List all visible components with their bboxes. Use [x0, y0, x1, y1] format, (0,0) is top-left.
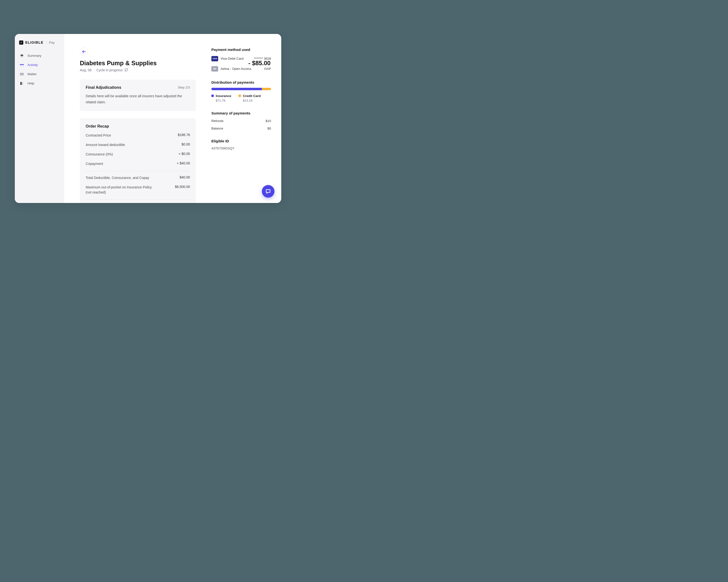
svg-rect-3	[20, 64, 24, 65]
recap-value: $186.76	[178, 133, 190, 137]
back-button[interactable]	[80, 48, 88, 56]
adjudication-step: Step 2/3	[178, 86, 190, 89]
recap-value: $0.00	[182, 142, 190, 146]
help-icon	[20, 82, 24, 85]
visa-card-icon: VISA	[211, 56, 218, 61]
subtitle-separator: ·	[94, 68, 95, 72]
recap-label: Contracted Price	[86, 133, 111, 138]
sidebar-item-label: Help	[27, 82, 34, 85]
insurer-icon: Ae	[211, 66, 218, 72]
recap-row: Amount toward deductible $0.00	[86, 142, 190, 147]
summary-payment-row: Balance $0	[211, 127, 271, 130]
summary-payment-row: Refunds $10	[211, 119, 271, 123]
recap-label: Amount toward deductible	[86, 142, 125, 147]
recap-row: Coinsurance (0%) + $0.00	[86, 152, 190, 157]
wallet-icon	[20, 73, 24, 76]
sidebar-item-activity[interactable]: Activity	[19, 61, 64, 69]
svg-rect-7	[22, 82, 23, 85]
activity-icon	[20, 63, 24, 67]
payment-method-row: VISA Visa Debit Card ******* 3826	[211, 56, 271, 61]
legend-credit-card: Credit Card $13.24	[238, 94, 261, 102]
sidebar-nav: Summary Activity Wallet Help	[19, 52, 64, 87]
eligible-id-value: 437D7S8GSQY	[211, 146, 271, 150]
payment-method-name: Aetna - Open Access	[220, 67, 262, 71]
recap-value: + $40.00	[177, 161, 190, 165]
summary-payment-label: Balance	[211, 127, 223, 130]
recap-subtotal-row: Total Deductible, Coinsurance, and Copay…	[86, 175, 190, 181]
sidebar-item-label: Wallet	[27, 72, 36, 76]
distribution-heading: Distribution of payments	[211, 80, 271, 84]
eligible-id-section: Eligible ID 437D7S8GSQY	[211, 139, 271, 150]
legend-insurance: Insurance $71.76	[211, 94, 231, 102]
payment-method-detail: ******* 3826	[254, 57, 271, 60]
recap-value: $6,500.00	[175, 185, 190, 189]
chat-icon	[265, 188, 271, 194]
refresh-icon[interactable]	[125, 68, 128, 72]
distribution-bar	[211, 88, 271, 90]
legend-value: $13.24	[243, 99, 261, 102]
app-window: ✓ ELIGIBLE Pay Summary Activity	[15, 34, 281, 203]
svg-rect-5	[20, 74, 24, 74]
summary-payments-heading: Summary of payments	[211, 111, 271, 115]
recap-value: $40.00	[180, 175, 190, 179]
legend-dot-creditcard-icon	[238, 94, 241, 97]
recap-row: Contracted Price $186.76	[86, 133, 190, 138]
svg-rect-6	[20, 82, 22, 85]
summary-payments-section: Summary of payments Refunds $10 Balance …	[211, 111, 271, 130]
divider	[86, 199, 190, 200]
legend-value: $71.76	[216, 99, 231, 102]
details-sidebar: Payment method used VISA Visa Debit Card…	[211, 48, 271, 203]
brand-subproduct: Pay	[49, 41, 55, 45]
recap-label: Total Deductible, Coinsurance, and Copay	[86, 175, 149, 181]
sidebar-item-label: Summary	[27, 54, 42, 57]
payment-method-detail: OAP	[264, 67, 271, 71]
recap-value: + $0.00	[179, 152, 190, 156]
recap-label: Maximum out-of-pocket on Insurance Polic…	[86, 185, 158, 195]
payment-method-name: Visa Debit Card	[220, 57, 252, 60]
distribution-section: Distribution of payments Insurance $71.7…	[211, 80, 271, 102]
recap-label: Coinsurance (0%)	[86, 152, 113, 157]
adjudication-title: Final Adjudications	[86, 85, 121, 90]
legend-label: Credit Card	[243, 94, 261, 98]
summary-icon	[20, 54, 24, 57]
legend-label: Insurance	[216, 94, 231, 98]
payment-method-heading: Payment method used	[211, 48, 271, 52]
adjudication-body: Details here will be available once all …	[86, 93, 190, 105]
recap-oop-row: Maximum out-of-pocket on Insurance Polic…	[86, 185, 190, 195]
summary-payment-label: Refunds	[211, 119, 224, 123]
distribution-legend: Insurance $71.76 Credit Card $13.24	[211, 94, 271, 102]
main-column: Diabetes Pump & Supplies Aug, 08 · Cycle…	[80, 48, 196, 203]
adjudication-card: Final Adjudications Step 2/3 Details her…	[80, 80, 196, 111]
distribution-bar-insurance	[211, 88, 262, 90]
brand-divider	[46, 40, 47, 45]
page-date: Aug, 08	[80, 68, 92, 72]
eligible-id-heading: Eligible ID	[211, 139, 271, 143]
order-recap-title: Order Recap	[86, 124, 190, 129]
page-status: Cycle in progress	[96, 68, 123, 72]
legend-dot-insurance-icon	[211, 94, 214, 97]
summary-payment-value: $0	[267, 127, 271, 130]
divider	[86, 171, 190, 171]
svg-marker-1	[20, 56, 24, 57]
payment-method-section: Payment method used VISA Visa Debit Card…	[211, 48, 271, 72]
recap-row: Copayment + $40.00	[86, 161, 190, 166]
sidebar-item-summary[interactable]: Summary	[19, 52, 64, 60]
sidebar-item-label: Activity	[27, 63, 38, 67]
brand-name: ELIGIBLE	[25, 40, 44, 45]
brand-mark-icon: ✓	[19, 40, 23, 45]
sidebar: ✓ ELIGIBLE Pay Summary Activity	[15, 34, 64, 203]
main-content: Diabetes Pump & Supplies Aug, 08 · Cycle…	[64, 34, 281, 203]
sidebar-item-help[interactable]: Help	[19, 79, 64, 87]
sidebar-item-wallet[interactable]: Wallet	[19, 70, 64, 78]
arrow-left-icon	[82, 50, 86, 53]
recap-label: Copayment	[86, 161, 103, 166]
chat-fab[interactable]	[262, 185, 275, 198]
payment-method-row: Ae Aetna - Open Access OAP	[211, 66, 271, 72]
order-recap-card: Order Recap Contracted Price $186.76 Amo…	[80, 118, 196, 203]
summary-payment-value: $10	[265, 119, 271, 123]
brand: ✓ ELIGIBLE Pay	[19, 40, 64, 45]
